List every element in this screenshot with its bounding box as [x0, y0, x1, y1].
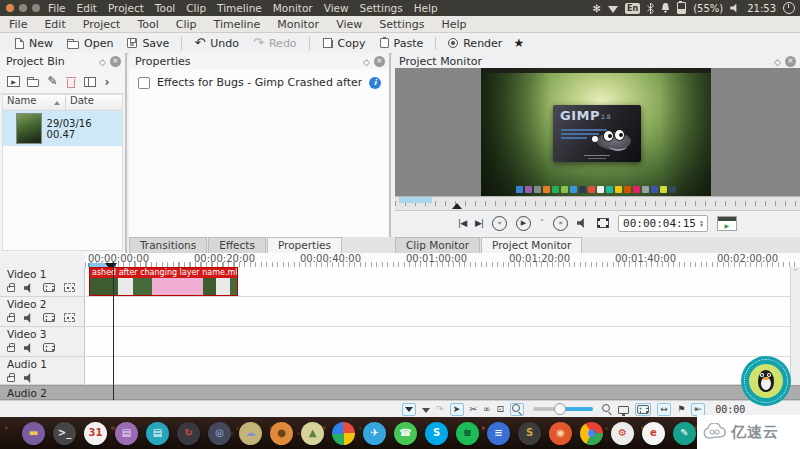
- dock-app-icon[interactable]: S: [518, 422, 541, 445]
- panel-tab[interactable]: Effects: [208, 237, 266, 253]
- global-menu-item[interactable]: Project: [108, 2, 144, 14]
- go-to-start-button[interactable]: |◀: [458, 218, 466, 228]
- toolbar-overflow-button[interactable]: ›: [105, 77, 110, 87]
- razor-tool-button[interactable]: ✂: [470, 404, 478, 414]
- open-button[interactable]: Open: [60, 35, 120, 52]
- bin-clip-row[interactable]: 29/03/16 00.47: [3, 111, 122, 146]
- show-video-thumbnails-button[interactable]: [635, 403, 651, 416]
- session-power-icon[interactable]: [783, 2, 795, 14]
- dock-app-icon[interactable]: ▤: [146, 422, 169, 445]
- keyboard-layout-indicator[interactable]: En: [625, 3, 640, 14]
- track-lane[interactable]: ashed after changing layer name.mkv: [86, 267, 800, 297]
- menu-item[interactable]: Project: [83, 18, 121, 31]
- copy-button[interactable]: Copy: [315, 35, 373, 52]
- track-header[interactable]: Video 2: [0, 297, 85, 327]
- dock-app-icon[interactable]: ☎: [394, 422, 417, 445]
- global-menu-item[interactable]: Timeline: [217, 2, 262, 14]
- dock-app-icon[interactable]: ⚙: [611, 422, 634, 445]
- track-lane[interactable]: [86, 297, 800, 327]
- extract-icon[interactable]: ↷: [436, 404, 444, 414]
- dock-app-icon[interactable]: ▲: [301, 422, 324, 445]
- clock[interactable]: 21:53: [747, 3, 776, 14]
- dock-app-icon[interactable]: ▬: [22, 422, 45, 445]
- global-menu-item[interactable]: Tool: [155, 2, 175, 14]
- zoom-out-button[interactable]: [510, 403, 524, 416]
- dock-app-icon[interactable]: 31: [84, 422, 107, 445]
- zone-frame-icon[interactable]: [597, 218, 609, 228]
- dock-app-icon[interactable]: [332, 422, 355, 445]
- close-panel-icon[interactable]: ✕: [374, 56, 385, 67]
- timeline-playhead[interactable]: [113, 262, 114, 400]
- info-icon[interactable]: i: [369, 77, 381, 89]
- track-header[interactable]: Video 1: [0, 267, 85, 297]
- dock-app-icon[interactable]: ◎: [208, 422, 231, 445]
- monitor-zone[interactable]: [399, 197, 432, 203]
- mute-track-icon[interactable]: [24, 373, 34, 383]
- dock-app-icon[interactable]: ●: [270, 422, 293, 445]
- view-mode-button[interactable]: [84, 77, 96, 87]
- render-button[interactable]: Render: [441, 35, 509, 52]
- monitor-scope-widget[interactable]: ▶: [717, 216, 737, 231]
- go-to-end-button[interactable]: ▶|: [475, 218, 483, 228]
- effect-enable-checkbox[interactable]: [138, 77, 150, 89]
- zoom-in-icon[interactable]: [602, 404, 612, 414]
- global-menu-item[interactable]: Edit: [77, 2, 97, 14]
- close-panel-icon[interactable]: ✕: [110, 56, 121, 67]
- timeline-ruler[interactable]: 00:00:00:0000:00:20:0000:00:40:0000:01:0…: [85, 253, 800, 268]
- edit-clip-button[interactable]: ✎: [48, 76, 58, 87]
- mute-track-icon[interactable]: [24, 283, 34, 293]
- window-maximize-button[interactable]: [32, 4, 40, 12]
- monitor-audio-icon[interactable]: [577, 218, 588, 228]
- lock-track-icon[interactable]: [7, 286, 15, 292]
- spacer-tool-button[interactable]: ∞: [483, 404, 491, 414]
- menu-item[interactable]: Settings: [379, 18, 424, 31]
- wifi-icon[interactable]: [608, 6, 618, 13]
- window-close-button[interactable]: [6, 4, 14, 12]
- preview-icon[interactable]: [618, 406, 629, 414]
- hide-track-icon[interactable]: [43, 283, 55, 292]
- show-markers-button[interactable]: ⚑: [677, 404, 685, 414]
- favorite-star-icon[interactable]: ★: [513, 36, 524, 50]
- lock-track-icon[interactable]: [7, 346, 15, 352]
- undo-button[interactable]: ↶Undo: [187, 35, 246, 52]
- menu-item[interactable]: Monitor: [277, 18, 319, 31]
- track-effects-icon[interactable]: [64, 313, 75, 322]
- play-options-chevron-icon[interactable]: ˅: [540, 219, 544, 228]
- date-column-header[interactable]: Date: [66, 95, 122, 110]
- dock-app-icon[interactable]: ✈: [363, 422, 386, 445]
- timeline-clip[interactable]: ashed after changing layer name.mkv: [89, 267, 238, 296]
- panel-tab[interactable]: Transitions: [129, 237, 207, 253]
- float-panel-icon[interactable]: ◇: [99, 57, 106, 67]
- menu-item[interactable]: File: [9, 18, 27, 31]
- bluetooth-icon[interactable]: [647, 3, 654, 14]
- overwrite-icon[interactable]: [422, 408, 430, 413]
- add-clip-button[interactable]: ▶˅: [7, 76, 18, 87]
- snap-button[interactable]: ⇤: [691, 403, 705, 416]
- panel-tab[interactable]: Properties: [267, 237, 342, 253]
- global-menu-item[interactable]: File: [48, 2, 66, 14]
- lock-track-icon[interactable]: [7, 316, 15, 322]
- global-menu-item[interactable]: Settings: [360, 2, 403, 14]
- global-menu-item[interactable]: View: [324, 2, 349, 14]
- battery-percent[interactable]: (55%): [693, 3, 723, 14]
- timeline-insert-button[interactable]: [402, 403, 416, 416]
- window-minimize-button[interactable]: [19, 4, 27, 12]
- save-button[interactable]: Save: [120, 35, 176, 52]
- dock-app-icon[interactable]: S: [425, 422, 448, 445]
- mute-track-icon[interactable]: [24, 313, 34, 323]
- dock-app-icon[interactable]: ●: [580, 422, 603, 445]
- monitor-timecode[interactable]: 00:00:04:15▲▼: [618, 215, 708, 232]
- float-panel-icon[interactable]: ◇: [363, 57, 370, 67]
- dock-app-icon[interactable]: ◉: [549, 422, 572, 445]
- menu-item[interactable]: Timeline: [214, 18, 261, 31]
- battery-icon[interactable]: [677, 2, 686, 14]
- global-menu-item[interactable]: Clip: [186, 2, 206, 14]
- new-button[interactable]: New: [8, 35, 60, 52]
- track-audio2-header[interactable]: Audio 2: [0, 385, 800, 400]
- track-header[interactable]: Video 3: [0, 327, 85, 357]
- monitor-tab[interactable]: Project Monitor: [481, 237, 582, 253]
- menu-item[interactable]: Edit: [44, 18, 65, 31]
- show-audio-thumbnails-button[interactable]: ↔: [657, 403, 671, 416]
- menu-item[interactable]: Clip: [176, 18, 197, 31]
- notifications-bell-icon[interactable]: [661, 3, 670, 13]
